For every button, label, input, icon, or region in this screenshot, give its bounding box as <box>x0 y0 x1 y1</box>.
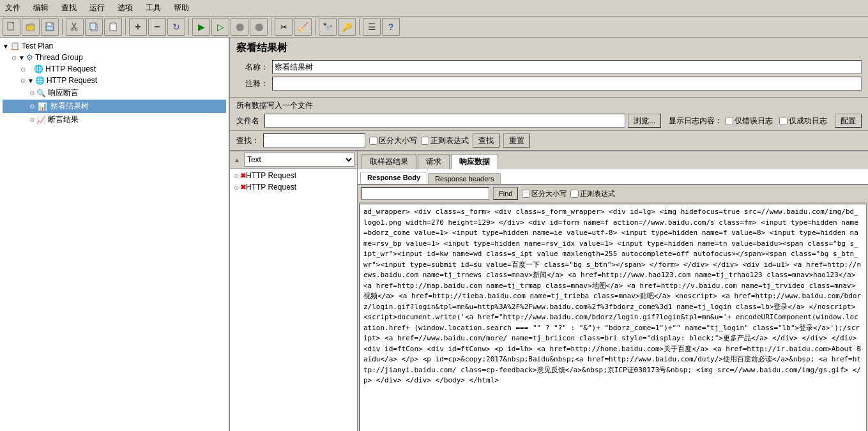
config-button[interactable]: 配置 <box>835 114 862 128</box>
svg-rect-15 <box>111 22 115 24</box>
sep2 <box>125 19 126 35</box>
menu-edit[interactable]: 编辑 <box>31 1 51 15</box>
svg-rect-2 <box>26 25 34 31</box>
open-button[interactable] <box>22 18 40 36</box>
log-content-label: 显示日志内容： <box>669 116 722 126</box>
save-button[interactable] <box>41 18 59 36</box>
tree-item-http-1[interactable]: ⊙ ▶ 🌐 HTTP Request <box>3 63 226 75</box>
stop-now-button[interactable]: ⬤ <box>250 18 268 36</box>
file-row: 文件名 浏览... 显示日志内容： 仅错误日志 仅成功日志 配置 <box>236 114 862 128</box>
tree-item-thread-group[interactable]: ⊙ ▼ ⚙ Thread Group <box>3 52 226 63</box>
sub-tab-response-headers[interactable]: Response headers <box>428 173 501 184</box>
copy-button[interactable] <box>85 18 103 36</box>
case-sensitive-checkbox[interactable] <box>369 137 377 145</box>
detail-regex-group[interactable]: 正则表达式 <box>570 189 615 199</box>
tree-item-agg[interactable]: ⊙ 📈 断言结果 <box>3 113 226 126</box>
sep3 <box>188 19 189 35</box>
collapse-button[interactable]: − <box>148 18 166 36</box>
svg-marker-3 <box>26 24 34 25</box>
play-no-pause-button[interactable]: ▷ <box>211 18 229 36</box>
menu-options[interactable]: 选项 <box>115 1 135 15</box>
comment-input[interactable] <box>272 77 862 91</box>
tree-label-view-tree: 察看结果树 <box>50 101 89 112</box>
results-dropdown[interactable]: Text <box>244 153 354 167</box>
file-name-input[interactable] <box>264 114 625 128</box>
regex-label: 正则表达式 <box>430 135 469 146</box>
binoculars-button[interactable]: 🔭 <box>319 18 337 36</box>
menu-file[interactable]: 文件 <box>3 1 23 15</box>
sub-tab-response-body[interactable]: Response Body <box>360 172 427 184</box>
new-button[interactable] <box>3 18 20 36</box>
tab-response-data[interactable]: 响应数据 <box>451 154 498 169</box>
tree-icon-agg: 📈 <box>36 116 46 125</box>
stop-button[interactable]: ⬤ <box>231 18 248 36</box>
tree-label-assert: 响应断言 <box>48 87 79 98</box>
detail-panel: 取样器结果 请求 响应数据 Response Body Response hea… <box>358 151 868 431</box>
error-log-checkbox[interactable] <box>725 117 733 125</box>
result-item-0[interactable]: ⊙ ✖ HTTP Request <box>231 170 356 181</box>
broom-button[interactable]: 🧹 <box>294 18 312 36</box>
detail-case-group[interactable]: 区分大小写 <box>522 189 567 199</box>
cut-button[interactable] <box>66 18 84 36</box>
tree-label-h1: HTTP Request <box>45 64 96 73</box>
expand-button[interactable]: + <box>129 18 147 36</box>
svg-rect-6 <box>47 27 53 30</box>
name-row: 名称： <box>236 60 862 74</box>
rotate-button[interactable]: ↻ <box>167 18 185 36</box>
menu-bar: 文件 编辑 查找 运行 选项 工具 帮助 <box>0 0 868 17</box>
detail-case-checkbox[interactable] <box>522 190 530 198</box>
tree-label-agg: 断言结果 <box>48 114 79 125</box>
name-input[interactable] <box>272 60 862 74</box>
menu-run[interactable]: 运行 <box>87 1 107 15</box>
error-log-checkbox-group[interactable]: 仅错误日志 <box>725 116 773 126</box>
find-submit-button[interactable]: Find <box>493 187 518 200</box>
tree-item-assert[interactable]: ⊙ 🔍 响应断言 <box>3 86 226 100</box>
form-section: 察看结果树 名称： 注释： <box>230 38 868 98</box>
search-label: 查找： <box>236 135 259 146</box>
menu-find[interactable]: 查找 <box>59 1 79 15</box>
tab-request[interactable]: 请求 <box>418 154 450 169</box>
response-content[interactable]: ad_wrapper> <div class=s_form> <div clas… <box>359 204 867 431</box>
tree-icon-view-tree: 📊 <box>36 102 49 111</box>
success-log-checkbox[interactable] <box>779 117 788 125</box>
regex-group[interactable]: 正则表达式 <box>421 135 469 146</box>
error-icon-0: ✖ <box>240 172 246 180</box>
tree-connector-ag: ⊙ <box>29 116 34 123</box>
panel-title: 察看结果树 <box>236 42 862 55</box>
left-panel: ▼ 📋 Test Plan ⊙ ▼ ⚙ Thread Group ⊙ ▶ 🌐 H… <box>0 38 230 431</box>
success-log-checkbox-group[interactable]: 仅成功日志 <box>779 116 827 126</box>
main-tabs: 取样器结果 请求 响应数据 <box>358 151 868 169</box>
find-input[interactable] <box>362 187 489 200</box>
tree-arrow-test-plan: ▼ <box>3 43 9 50</box>
tree-item-view-tree[interactable]: ⊙ 📊 察看结果树 <box>3 100 226 113</box>
results-list-header: ▲ Text <box>230 151 357 169</box>
case-sensitive-group[interactable]: 区分大小写 <box>369 135 417 146</box>
key-button[interactable]: 🔑 <box>338 18 356 36</box>
menu-help[interactable]: 帮助 <box>171 1 192 15</box>
main-container: ▼ 📋 Test Plan ⊙ ▼ ⚙ Thread Group ⊙ ▶ 🌐 H… <box>0 38 868 431</box>
browse-button[interactable]: 浏览... <box>628 114 661 128</box>
sep5 <box>315 19 316 35</box>
play-button[interactable]: ▶ <box>192 18 210 36</box>
tree-icon-h1: 🌐 <box>34 64 43 73</box>
tree-item-test-plan[interactable]: ▼ 📋 Test Plan <box>3 40 226 52</box>
find-button[interactable]: 查找 <box>473 133 499 147</box>
tree-connector-h1: ⊙ <box>20 66 26 73</box>
tree-item-http-2[interactable]: ⊙ ▼ 🌐 HTTP Request <box>3 75 226 86</box>
detail-regex-checkbox[interactable] <box>570 190 579 198</box>
collapse-arrow-results[interactable]: ▲ <box>232 155 241 165</box>
tree-connector-h2: ⊙ <box>20 77 26 84</box>
menu-tools[interactable]: 工具 <box>143 1 164 15</box>
result-item-1[interactable]: ⊙ ✖ HTTP Request <box>231 181 356 193</box>
svg-rect-14 <box>110 24 116 31</box>
tab-sampler-result[interactable]: 取样器结果 <box>362 154 416 169</box>
regex-checkbox[interactable] <box>421 137 429 145</box>
help-button[interactable]: ? <box>382 18 400 36</box>
list-button[interactable]: ☰ <box>363 18 381 36</box>
search-input[interactable] <box>263 133 365 147</box>
scissors-button[interactable]: ✂ <box>275 18 293 36</box>
tree-icon-thread-group: ⚙ <box>26 53 33 62</box>
tree-label-test-plan: Test Plan <box>22 42 53 50</box>
paste-button[interactable] <box>104 18 122 36</box>
reset-button[interactable]: 重置 <box>503 133 530 147</box>
